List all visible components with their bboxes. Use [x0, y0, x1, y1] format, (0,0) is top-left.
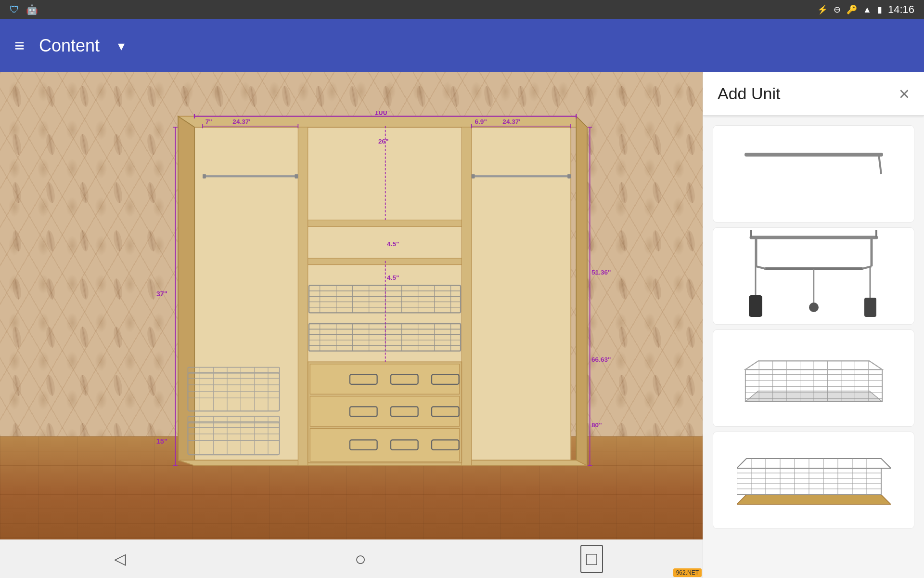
closet-3d: 100" 7" 24.37' 26" 37" 15" 4.5" 4.5" 6.9… — [72, 111, 693, 520]
svg-text:15": 15" — [156, 437, 167, 445]
panel-header: Add Unit × — [703, 72, 924, 116]
home-button[interactable]: ○ — [340, 543, 381, 575]
svg-rect-18 — [567, 174, 571, 178]
bottom-navigation: ◁ ○ □ — [0, 539, 703, 578]
status-time: 14:16 — [888, 3, 914, 16]
add-unit-panel: Add Unit × — [703, 72, 924, 578]
svg-line-123 — [756, 266, 766, 269]
svg-text:4.5": 4.5" — [387, 240, 399, 248]
svg-text:37": 37" — [156, 290, 167, 298]
svg-rect-19 — [308, 220, 462, 227]
svg-text:66.63": 66.63" — [591, 356, 611, 363]
menu-icon[interactable]: ≡ — [14, 36, 25, 56]
svg-rect-12 — [462, 127, 471, 466]
svg-text:24.37': 24.37' — [502, 118, 520, 125]
svg-rect-54 — [310, 396, 460, 426]
top-bar: ≡ Content ▾ — [0, 19, 924, 72]
back-button[interactable]: ◁ — [100, 545, 141, 573]
svg-text:26": 26" — [378, 138, 389, 145]
svg-marker-9 — [576, 116, 587, 465]
minus-circle-icon: ⊖ — [834, 4, 841, 15]
svg-text:7": 7" — [205, 118, 212, 125]
pull-down-rod-item[interactable] — [713, 125, 914, 223]
pull-down-rod-image — [723, 135, 904, 212]
recent-apps-button[interactable]: □ — [580, 545, 603, 573]
shield-icon: 🛡 — [10, 4, 19, 15]
svg-rect-20 — [308, 258, 462, 265]
svg-text:51.36": 51.36" — [591, 269, 611, 276]
svg-text:80": 80" — [591, 421, 602, 429]
key-icon: 🔑 — [847, 4, 857, 15]
clothes-lift-item[interactable] — [713, 227, 914, 325]
bluetooth-icon: ⚡ — [817, 4, 828, 15]
svg-point-129 — [809, 302, 819, 312]
close-panel-button[interactable]: × — [899, 85, 910, 103]
wifi-icon: ▲ — [863, 5, 872, 15]
basket-shelf-item[interactable] — [713, 432, 914, 529]
svg-text:24.37': 24.37' — [232, 118, 250, 125]
svg-text:100": 100" — [374, 111, 391, 117]
svg-rect-11 — [298, 127, 308, 466]
basket-shelf-image — [723, 442, 904, 519]
svg-text:6.9": 6.9" — [475, 118, 487, 125]
dropdown-arrow-icon[interactable]: ▾ — [118, 38, 125, 54]
wire-basket-image — [723, 340, 904, 417]
svg-rect-125 — [749, 295, 762, 317]
3d-view[interactable]: 100" 7" 24.37' 26" 37" 15" 4.5" 4.5" 6.9… — [0, 72, 703, 578]
svg-text:4.5": 4.5" — [387, 274, 399, 281]
brand-watermark: 962.NET — [673, 568, 702, 577]
clothes-lift-image — [723, 237, 904, 315]
svg-rect-17 — [472, 174, 475, 178]
status-bar: 🛡 🤖 ⚡ ⊖ 🔑 ▲ ▮ 14:16 — [0, 0, 924, 19]
panel-items-list — [703, 116, 924, 578]
app-title: Content — [39, 36, 100, 56]
wire-basket-item[interactable] — [713, 329, 914, 427]
battery-icon: ▮ — [877, 4, 882, 15]
svg-rect-15 — [295, 174, 298, 178]
android-icon: 🤖 — [26, 4, 38, 15]
svg-rect-50 — [310, 364, 460, 394]
main-content: 100" 7" 24.37' 26" 37" 15" 4.5" 4.5" 6.9… — [0, 72, 924, 578]
svg-marker-150 — [737, 495, 891, 504]
svg-rect-58 — [310, 429, 460, 461]
svg-rect-14 — [203, 174, 206, 178]
svg-marker-152 — [737, 459, 891, 468]
svg-marker-8 — [178, 116, 194, 465]
svg-rect-127 — [864, 298, 876, 317]
svg-line-116 — [879, 155, 881, 174]
panel-title: Add Unit — [718, 84, 780, 103]
